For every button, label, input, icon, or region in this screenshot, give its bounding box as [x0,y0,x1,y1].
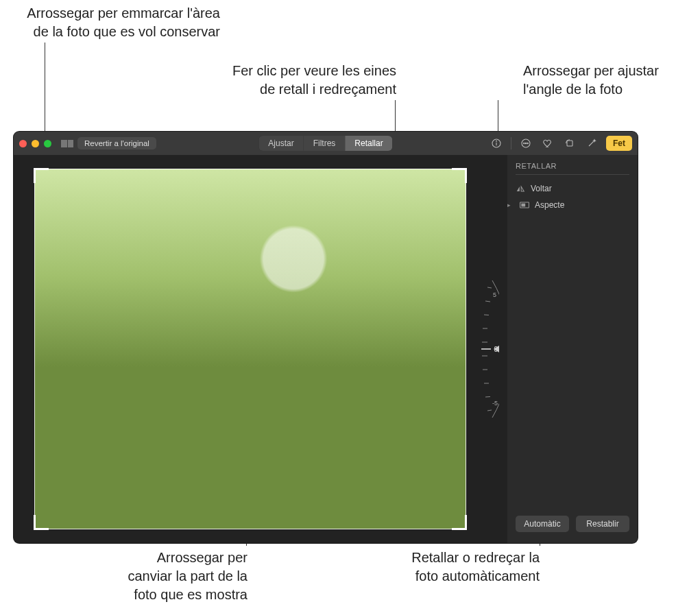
thumbnail-toggle-icon[interactable] [61,140,73,147]
crop-handle-bl[interactable] [34,515,49,530]
sidebar-flip-label: Voltar [531,184,552,193]
straighten-dial[interactable]: 5 0 -5 [470,274,499,424]
sidebar-aspect-label: Aspecte [535,200,564,210]
info-icon[interactable] [489,136,504,151]
callout-tools: Fer clic per veure les eines de retall i… [177,62,396,99]
auto-crop-button[interactable]: Automàtic [516,516,569,532]
titlebar: Revertir a l'original Ajustar Filtres Re… [14,132,638,155]
svg-line-9 [485,301,490,302]
minimize-window-button[interactable] [32,140,39,147]
tab-filters[interactable]: Filtres [304,136,346,151]
dial-marker-icon [494,346,499,352]
callout-frame: Arrossegar per emmarcar l'àrea de la fot… [1,4,220,41]
svg-line-17 [485,397,490,398]
svg-point-2 [496,141,497,141]
sidebar-aspect[interactable]: ▸ Aspecte [516,197,629,213]
sidebar-flip[interactable]: Voltar [516,180,629,197]
crop-handle-tl[interactable] [34,168,49,183]
tab-crop[interactable]: Retallar [345,136,392,151]
callout-auto-text: Retallar o redreçar la foto automàticame… [411,550,540,584]
close-window-button[interactable] [19,140,27,147]
crop-handle-tr[interactable] [452,168,467,183]
svg-line-18 [487,410,492,411]
aspect-icon [520,202,529,208]
done-button[interactable]: Fet [606,136,632,151]
photo-container [34,169,466,529]
rotate-icon[interactable] [562,136,577,151]
crop-handle-br[interactable] [452,515,467,530]
callout-tools-text: Fer clic per veure les eines de retall i… [232,63,396,97]
callout-drag-photo-text: Arrossegar per canviar la part de la fot… [128,550,248,602]
revert-button[interactable]: Revertir a l'original [77,137,156,149]
svg-point-6 [527,143,528,143]
svg-point-4 [524,143,524,143]
reset-crop-button[interactable]: Restablir [576,516,629,532]
flip-icon [516,184,525,193]
auto-enhance-icon[interactable] [584,136,599,151]
photos-edit-window: Revertir a l'original Ajustar Filtres Re… [14,132,638,543]
callout-auto: Retallar o redreçar la foto automàticame… [368,549,540,586]
callout-angle-text: Arrossegar per ajustar l'angle de la fot… [523,63,659,97]
svg-line-8 [487,287,492,288]
callout-frame-text: Arrossegar per emmarcar l'àrea de la fot… [27,5,220,39]
dial-tick-top: 5 [493,291,496,298]
canvas-area: 5 0 -5 [14,155,507,543]
crop-sidebar: RETALLAR Voltar ▸ Aspecte Automàtic Rest… [507,155,638,543]
toolbar-divider [511,137,511,149]
favorite-icon[interactable] [540,136,555,151]
more-icon[interactable] [518,136,533,151]
sidebar-title: RETALLAR [516,162,629,175]
callout-drag-photo: Arrossegar per canviar la part de la fot… [97,549,248,604]
svg-line-10 [484,315,489,315]
callout-angle: Arrossegar per ajustar l'angle de la fot… [523,62,695,99]
chevron-right-icon: ▸ [507,202,514,208]
tab-adjust[interactable]: Ajustar [258,136,303,151]
toolbar-right: Fet [489,136,632,151]
main-area: 5 0 -5 RETALLAR Voltar ▸ Aspecte [14,155,638,543]
sidebar-bottom: Automàtic Restablir [516,516,629,536]
svg-rect-20 [521,204,525,207]
crop-frame[interactable] [34,169,466,529]
svg-rect-7 [567,141,572,146]
window-controls [19,140,51,147]
edit-mode-tabs: Ajustar Filtres Retallar [258,136,392,151]
dial-tick-bottom: -5 [492,400,498,407]
zoom-window-button[interactable] [44,140,51,147]
svg-point-5 [525,143,526,143]
